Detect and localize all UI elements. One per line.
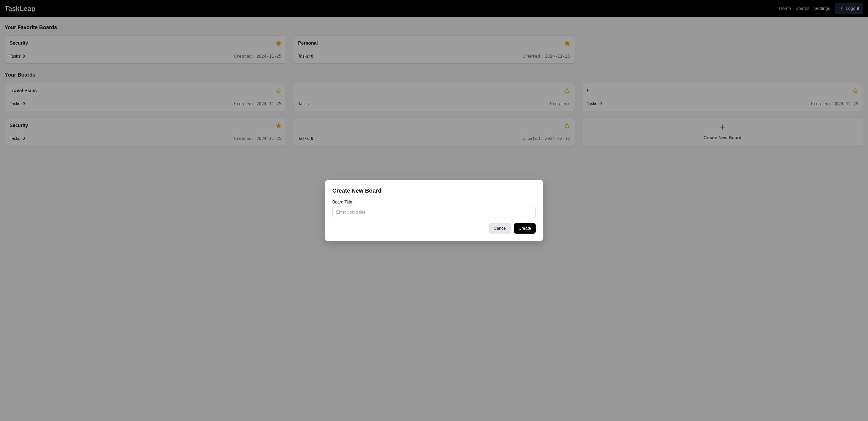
modal-actions: Cancel Create xyxy=(332,223,536,234)
modal-title: Create New Board xyxy=(332,187,536,194)
modal-overlay[interactable]: Create New Board Board Title Cancel Crea… xyxy=(0,0,868,421)
cancel-button[interactable]: Cancel xyxy=(489,223,511,234)
create-board-modal: Create New Board Board Title Cancel Crea… xyxy=(325,180,543,241)
create-button[interactable]: Create xyxy=(514,223,536,234)
board-title-label: Board Title xyxy=(332,200,536,205)
board-title-input[interactable] xyxy=(332,207,536,218)
